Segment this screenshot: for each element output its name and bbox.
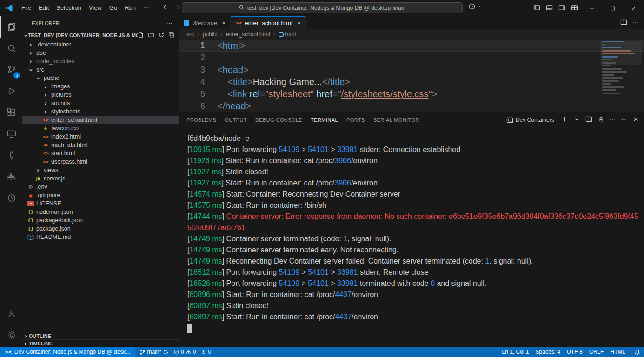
minimize-button[interactable] [581,0,602,16]
panel-tab-debug-console[interactable]: DEBUG CONSOLE [255,112,302,127]
menu-selection[interactable]: Selection [53,3,85,13]
forward-button[interactable] [175,4,182,12]
activity-mongodb[interactable] [0,145,22,166]
command-center[interactable]: test_dev [Dev Container: Node.js & Mongo… [182,2,463,13]
code-line-5[interactable]: 5 <link rel="stylesheet" href="/styleshe… [179,88,644,100]
tree-item-doc[interactable]: ›doc [22,49,179,57]
new-terminal-button[interactable] [561,116,568,124]
code-line-2[interactable]: 2 [179,52,644,64]
tree-item-package-lock-json[interactable]: package-lock.json [22,216,179,225]
close-tab-button[interactable]: ✕ [222,20,226,26]
status-item-ln-1-col-1[interactable]: Ln 1, Col 1 [499,349,532,355]
code-line-1[interactable]: 1<html> [179,40,644,52]
split-editor-button[interactable] [620,19,627,27]
activity-explorer[interactable] [0,16,22,38]
close-window-button[interactable] [623,0,644,16]
collapse-all-button[interactable] [168,32,175,39]
menu-overflow-button[interactable]: ··· [139,5,154,12]
breadcrumb-src[interactable]: src [186,31,194,38]
settings-button[interactable] [0,324,22,346]
toggle-secondary-sidebar-button[interactable] [558,4,565,13]
tree-item-license[interactable]: LICENSE [22,199,179,208]
ports-status[interactable]: 0 [200,349,211,355]
panel-tab-serial-monitor[interactable]: SERIAL MONITOR [373,112,419,127]
branch-status[interactable]: main* [139,349,169,355]
section-timeline[interactable]: ›TIMELINE [22,339,179,347]
toggle-panel-button[interactable] [546,4,553,13]
tree-item-gitignore[interactable]: .gitignore [22,191,179,199]
menu-view[interactable]: View [85,3,106,13]
tree-item-userpass-html[interactable]: userpass.html [22,158,179,166]
copilot-menu[interactable] [468,3,481,10]
tree-item-devcontainer[interactable]: ›.devcontainer [22,40,179,49]
activity-gitlens[interactable] [0,187,22,209]
tree-item-stylesheets[interactable]: ›stylesheets [22,107,179,116]
breadcrumb-enter-school-html[interactable]: enter_school.html [226,31,270,38]
maximize-panel-button[interactable] [620,116,627,124]
activity-source-control[interactable]: 3 [0,59,22,80]
status-item-spaces[interactable]: Spaces: 4 [532,349,564,355]
code-line-6[interactable]: 6</head> [179,100,644,112]
tree-item-nodemon-json[interactable]: nodemon.json [22,208,179,216]
editor-more-actions-button[interactable]: ··· [633,20,638,26]
tree-item-pictures[interactable]: ›pictures [22,91,179,99]
activity-docker[interactable] [0,166,22,187]
tree-item-server-js[interactable]: server.js [22,174,179,183]
tree-item-favicon-ico[interactable]: favicon.ico [22,124,179,132]
panel-tab-output[interactable]: OUTPUT [225,112,247,127]
code-editor[interactable]: 1<html>23<head>4 <title>Hacking Game...<… [179,40,644,112]
explorer-more-actions-button[interactable]: ··· [167,20,173,26]
tree-item-images[interactable]: ›images [22,82,179,91]
notifications-bell-button[interactable] [631,349,644,355]
terminal-output[interactable]: f6d4b9cba/node -e[10915 ms] Port forward… [179,127,644,347]
code-line-3[interactable]: 3<head> [179,64,644,76]
kill-terminal-button[interactable] [598,116,604,124]
customize-layout-button[interactable] [571,4,578,13]
new-folder-button[interactable] [148,32,154,39]
breadcrumb-public[interactable]: public [203,31,217,38]
tree-item-sounds[interactable]: ›sounds [22,99,179,107]
panel-tab-problems[interactable]: PROBLEMS [186,112,216,127]
section-outline[interactable]: ›OUTLINE [22,332,179,339]
accounts-button[interactable] [0,303,22,324]
menu-go[interactable]: Go [106,3,121,13]
terminal-profile-dropdown[interactable] [573,116,580,124]
maximize-button[interactable] [602,0,623,16]
menu-file[interactable]: File [18,3,35,13]
problems-status[interactable]: 0 0 [173,349,196,355]
tree-item-enter-school-html[interactable]: enter_school.html [22,116,179,124]
close-panel-button[interactable] [632,116,639,124]
panel-more-actions-button[interactable]: ··· [610,117,615,124]
workspace-section-header[interactable]: › TEST_DEV [DEV CONTAINER: NODE.JS & MON… [22,30,179,40]
activity-remote-explorer[interactable] [0,123,22,145]
activity-search[interactable] [0,38,22,59]
panel-tab-ports[interactable]: PORTS [346,112,365,127]
tree-item-math-abi-html[interactable]: math_abi.html [22,141,179,149]
tree-item-env[interactable]: .env [22,183,179,191]
tree-item-node-modules[interactable]: ›node_modules [22,57,179,66]
remote-indicator[interactable]: >< Dev Container: Node.js & Mongo DB @ d… [0,347,135,357]
back-button[interactable] [161,4,168,12]
status-item-crlf[interactable]: CRLF [586,349,607,355]
status-item-html[interactable]: HTML [607,349,629,355]
new-file-button[interactable] [138,32,144,39]
refresh-button[interactable] [158,32,165,39]
status-item-utf-8[interactable]: UTF-8 [564,349,586,355]
menu-edit[interactable]: Edit [35,3,53,13]
activity-run-debug[interactable] [0,80,22,102]
close-tab-button[interactable]: ✕ [297,20,301,26]
tree-item-readme-md[interactable]: README.md [22,233,179,241]
toggle-primary-sidebar-button[interactable] [533,4,540,13]
tab-welcome[interactable]: Welcome✕ [179,16,231,29]
activity-extensions[interactable] [0,102,22,123]
menu-run[interactable]: Run [121,3,139,13]
tree-item-public[interactable]: ›public [22,74,179,82]
tree-item-views[interactable]: ›views [22,166,179,174]
breadcrumb-html[interactable]: html [279,31,296,38]
tree-item-src[interactable]: ›src [22,66,179,74]
tree-item-index2-html[interactable]: index2.html [22,132,179,141]
split-terminal-button[interactable] [585,116,592,124]
panel-tab-terminal[interactable]: TERMINAL [311,112,338,127]
tree-item-package-json[interactable]: package.json [22,225,179,233]
minimap[interactable] [602,41,637,98]
